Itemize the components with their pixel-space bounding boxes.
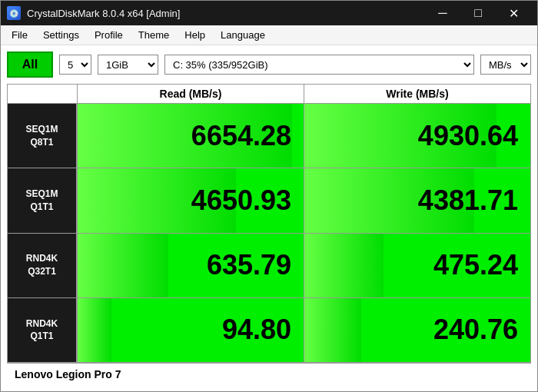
row-read-2: 635.79 xyxy=(77,234,304,297)
header-write: Write (MB/s) xyxy=(304,85,530,103)
window-controls: ─ □ ✕ xyxy=(425,1,531,25)
runs-dropdown[interactable]: 5 1 3 9 xyxy=(59,55,91,75)
table-row: RND4K Q32T1 635.79 475.24 xyxy=(8,234,530,298)
drive-dropdown[interactable]: C: 35% (335/952GiB) xyxy=(164,55,474,75)
row-label-1: SEQ1M Q1T1 xyxy=(8,168,77,232)
row-label-3: RND4K Q1T1 xyxy=(8,298,77,362)
header-read: Read (MB/s) xyxy=(77,85,304,103)
close-button[interactable]: ✕ xyxy=(496,1,531,25)
table-row: SEQ1M Q8T1 6654.28 4930.64 xyxy=(8,104,530,168)
menu-settings[interactable]: Settings xyxy=(35,27,87,44)
minimize-button[interactable]: ─ xyxy=(425,1,460,25)
device-name-footer: Lenovo Legion Pro 7 xyxy=(7,363,531,385)
menu-theme[interactable]: Theme xyxy=(131,27,177,44)
window-title: CrystalDiskMark 8.0.4 x64 [Admin] xyxy=(27,8,180,19)
row-write-2: 475.24 xyxy=(304,234,530,297)
row-read-0: 6654.28 xyxy=(77,104,304,168)
row-write-3: 240.76 xyxy=(304,298,530,362)
title-bar: 💿 CrystalDiskMark 8.0.4 x64 [Admin] ─ □ … xyxy=(1,1,537,25)
row-write-0: 4930.64 xyxy=(304,104,530,168)
menu-language[interactable]: Language xyxy=(213,27,273,44)
app-icon: 💿 xyxy=(7,6,21,20)
row-label-0: SEQ1M Q8T1 xyxy=(8,104,77,168)
size-dropdown[interactable]: 1GiB 512MiB 256MiB 4GiB xyxy=(98,55,158,75)
menu-bar: File Settings Profile Theme Help Languag… xyxy=(1,25,537,45)
title-bar-left: 💿 CrystalDiskMark 8.0.4 x64 [Admin] xyxy=(7,6,180,20)
menu-file[interactable]: File xyxy=(4,27,35,44)
row-label-2: RND4K Q32T1 xyxy=(8,234,77,297)
menu-help[interactable]: Help xyxy=(177,27,213,44)
main-content: All 5 1 3 9 1GiB 512MiB 256MiB 4GiB C: 3… xyxy=(1,45,537,391)
controls-row: All 5 1 3 9 1GiB 512MiB 256MiB 4GiB C: 3… xyxy=(7,51,531,78)
row-read-3: 94.80 xyxy=(77,298,304,362)
benchmark-table: Read (MB/s) Write (MB/s) SEQ1M Q8T1 6654… xyxy=(7,84,531,363)
maximize-button[interactable]: □ xyxy=(460,1,496,25)
table-row: SEQ1M Q1T1 4650.93 4381.71 xyxy=(8,168,530,233)
device-name: Lenovo Legion Pro 7 xyxy=(15,368,121,380)
unit-dropdown[interactable]: MB/s GB/s IOPS xyxy=(480,55,531,75)
menu-profile[interactable]: Profile xyxy=(87,27,131,44)
row-read-1: 4650.93 xyxy=(77,168,304,232)
row-write-1: 4381.71 xyxy=(304,168,530,232)
all-button[interactable]: All xyxy=(7,51,53,78)
table-header: Read (MB/s) Write (MB/s) xyxy=(8,85,530,104)
header-label xyxy=(8,85,77,103)
table-row: RND4K Q1T1 94.80 240.76 xyxy=(8,298,530,362)
app-window: 💿 CrystalDiskMark 8.0.4 x64 [Admin] ─ □ … xyxy=(0,0,538,392)
